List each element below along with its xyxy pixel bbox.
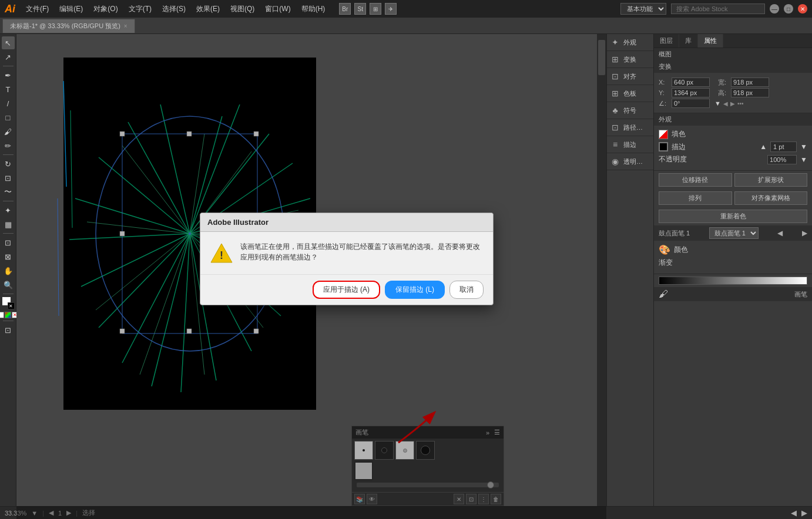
menu-help[interactable]: 帮助(H) — [297, 2, 330, 16]
fill-stroke-indicator[interactable]: ✕ — [2, 296, 15, 309]
tool-slice[interactable]: ⊠ — [2, 250, 15, 263]
height-input[interactable] — [731, 88, 769, 97]
menu-window[interactable]: 窗口(W) — [260, 2, 295, 16]
tab-layers[interactable]: 图层 — [654, 34, 679, 48]
status-left-btn[interactable]: ◀ — [791, 508, 797, 517]
panel-swatches[interactable]: ⊞ 色板 — [607, 85, 653, 102]
brush-section-header[interactable]: 🖌 画笔 — [654, 287, 812, 301]
stroke-up-icon[interactable]: ▲ — [760, 143, 767, 151]
tab-library[interactable]: 库 — [679, 34, 698, 48]
width-input[interactable] — [731, 77, 769, 87]
w-label: 宽: — [718, 78, 729, 87]
tool-hand[interactable]: ✋ — [2, 264, 15, 277]
menu-text[interactable]: 文字(T) — [124, 2, 156, 16]
dialog-keep-button[interactable]: 保留描边 (L) — [385, 281, 445, 299]
more-options-btn[interactable]: ••• — [737, 100, 744, 107]
appearance-section-header[interactable]: 外观 — [654, 113, 812, 126]
align-pixel-grid-button[interactable]: 对齐像素网格 — [734, 191, 808, 205]
panel-symbols[interactable]: ♣ 符号 — [607, 102, 653, 119]
st-icon[interactable]: St — [354, 3, 366, 15]
menu-edit[interactable]: 编辑(E) — [55, 2, 88, 16]
search-stock-input[interactable] — [671, 4, 765, 14]
prev-artboard-btn[interactable]: ◀ — [723, 100, 728, 107]
fill-color-swatch[interactable] — [659, 130, 668, 139]
tool-select[interactable]: ↖ — [2, 36, 15, 49]
brush-icon: 🖌 — [659, 289, 668, 299]
y-input[interactable] — [672, 88, 710, 97]
recolor-button[interactable]: 重新着色 — [659, 210, 807, 223]
stroke-color-swatch[interactable] — [659, 142, 668, 151]
menu-select[interactable]: 选择(S) — [157, 2, 190, 16]
tool-line[interactable]: / — [2, 97, 15, 110]
panel-transform[interactable]: ⊞ 变换 — [607, 51, 653, 68]
tool-rect[interactable]: □ — [2, 111, 15, 124]
tool-direct-select[interactable]: ↗ — [2, 50, 15, 63]
tool-symbol-spray[interactable]: ✦ — [2, 204, 15, 217]
arrange-button[interactable]: 排列 — [659, 191, 732, 205]
panel-stroke[interactable]: ≡ 描边 — [607, 136, 653, 153]
expand-shape-button[interactable]: 扩展形状 — [734, 173, 808, 187]
tool-artboard[interactable]: ⊡ — [2, 236, 15, 249]
tool-blob-brush[interactable]: ✏ — [2, 139, 15, 152]
opacity-label: 不透明度 — [659, 154, 687, 164]
tab-properties[interactable]: 属性 — [698, 34, 723, 48]
tool-type[interactable]: T — [2, 83, 15, 96]
tool-brush[interactable]: 🖌 — [2, 125, 15, 138]
transform-section-header[interactable]: 变换 — [654, 60, 812, 73]
tool-rotate[interactable]: ↻ — [2, 157, 15, 170]
tool-pen[interactable]: ✒ — [2, 69, 15, 82]
menu-file[interactable]: 文件(F) — [21, 2, 53, 16]
angle-dropdown[interactable]: ▼ — [714, 100, 721, 107]
canvas-area[interactable]: Adobe Illustrator ! 该画笔正在使用，而且某些描边可能已经覆盖… — [16, 34, 606, 519]
tool-zoom[interactable]: 🔍 — [2, 278, 15, 291]
offset-path-button[interactable]: 位移路径 — [659, 173, 732, 187]
document-tab[interactable]: 未标题-1* @ 33.33% (RGB/GPU 预览) × — [2, 19, 135, 33]
stroke-weight-input[interactable] — [770, 141, 797, 152]
overview-section-header[interactable]: 概图 — [654, 48, 812, 60]
artboard-align-right[interactable]: ▶ — [802, 229, 807, 237]
workspace-selector[interactable]: 基本功能 — [620, 3, 666, 15]
opacity-input[interactable] — [767, 155, 797, 164]
tool-warp[interactable]: 〜 — [2, 186, 15, 198]
dialog-body: ! 该画笔正在使用，而且某些描边可能已经覆盖了该画笔的选项。是否要将更改应用到现… — [200, 232, 493, 274]
title-bar: Ai 文件(F) 编辑(E) 对象(O) 文字(T) 选择(S) 效果(E) 视… — [0, 0, 812, 18]
menu-object[interactable]: 对象(O) — [89, 2, 122, 16]
opacity-row: 不透明度 ▼ — [659, 154, 807, 164]
panel-pathfinder[interactable]: ⊡ 路径… — [607, 119, 653, 136]
menu-view[interactable]: 视图(Q) — [226, 2, 259, 16]
stroke-down-icon[interactable]: ▼ — [800, 143, 807, 151]
transform-icon: ⊞ — [609, 55, 621, 64]
window-close-button[interactable]: ✕ — [798, 4, 807, 14]
window-maximize-button[interactable]: □ — [784, 4, 793, 14]
next-artboard-btn[interactable]: ▶ — [730, 100, 735, 107]
x-label: X: — [659, 79, 669, 86]
tool-column-graph[interactable]: ▦ — [2, 218, 15, 231]
window-minimize-button[interactable]: — — [770, 4, 779, 14]
tool-scale[interactable]: ⊡ — [2, 171, 15, 184]
tool-separator-3 — [3, 201, 14, 201]
panel-appearance[interactable]: ✦ 外观 — [607, 34, 653, 51]
x-input[interactable] — [672, 77, 710, 87]
artboard-section-label: 鼓点面笔 1 — [659, 229, 690, 238]
artboard-selector[interactable]: 鼓点面笔 1 — [709, 227, 759, 239]
h-label: 高: — [718, 89, 729, 97]
right-panel: 图层 库 属性 概图 变换 X: 宽: Y: 高: — [653, 34, 812, 519]
color-mode-gradient[interactable] — [5, 312, 11, 318]
tab-close-button[interactable]: × — [124, 23, 127, 29]
angle-input[interactable] — [672, 99, 710, 108]
grid-icon[interactable]: ⊞ — [370, 3, 381, 15]
panel-transparency[interactable]: ◉ 透明… — [607, 153, 653, 170]
color-mode-color[interactable] — [0, 312, 4, 318]
artboard-align-left[interactable]: ◀ — [777, 229, 783, 237]
opacity-dropdown[interactable]: ▼ — [800, 156, 807, 164]
overview-title: 概图 — [659, 50, 672, 59]
tool-artboard-bottom[interactable]: ⊡ — [2, 323, 15, 336]
menu-effect[interactable]: 效果(E) — [192, 2, 224, 16]
panel-align[interactable]: ⊡ 对齐 — [607, 68, 653, 85]
appearance-section-title: 外观 — [659, 115, 672, 124]
share-icon[interactable]: ✈ — [385, 3, 397, 15]
br-icon[interactable]: Br — [339, 3, 351, 15]
dialog-cancel-button[interactable]: 取消 — [449, 281, 484, 299]
dialog-apply-button[interactable]: 应用于描边 (A) — [313, 281, 380, 299]
status-right-btn[interactable]: ▶ — [801, 508, 807, 517]
